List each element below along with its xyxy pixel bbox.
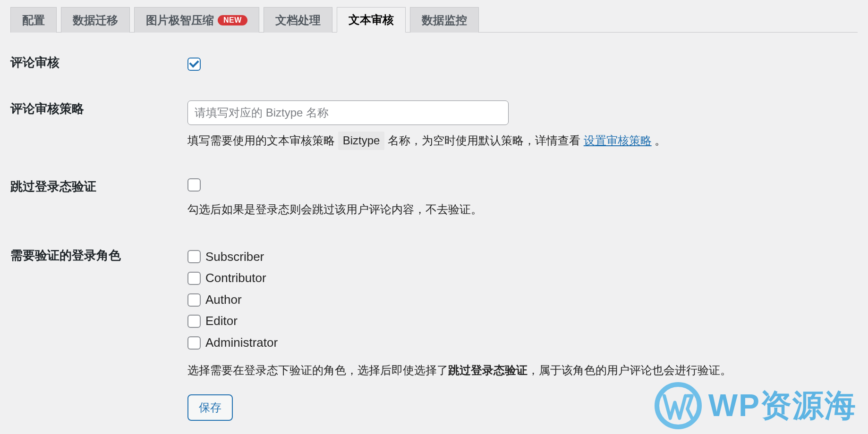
row-label-skip-login: 跳过登录态验证: [10, 178, 187, 247]
comment-policy-desc: 填写需要使用的文本审核策略 Biztype 名称，为空时使用默认策略，详情查看 …: [187, 132, 858, 150]
tab-doc[interactable]: 文档处理: [264, 7, 332, 33]
tab-label: 图片极智压缩: [146, 13, 214, 28]
settings-form: 评论审核 评论审核策略 填写需要使用的文本审核策略 Biztype 名称，为空时…: [10, 54, 858, 434]
role-label: Contributor: [205, 268, 266, 288]
save-button[interactable]: 保存: [187, 394, 233, 421]
policy-link[interactable]: 设置审核策略: [584, 134, 652, 147]
role-checkbox-contributor[interactable]: [187, 272, 201, 285]
new-badge: NEW: [218, 15, 247, 25]
skip-login-checkbox[interactable]: [187, 178, 201, 192]
row-label-roles: 需要验证的登录角色: [10, 247, 187, 394]
desc-text: 。: [655, 134, 666, 147]
tab-label: 数据监控: [422, 13, 467, 28]
role-item-subscriber: Subscriber: [187, 247, 858, 267]
role-label: Administrator: [205, 333, 278, 353]
desc-bold: 跳过登录态验证: [448, 364, 528, 376]
row-label-comment-audit: 评论审核: [10, 54, 187, 100]
tab-monitor[interactable]: 数据监控: [410, 7, 479, 33]
tab-label: 数据迁移: [73, 13, 118, 28]
role-item-contributor: Contributor: [187, 268, 858, 288]
role-item-editor: Editor: [187, 311, 858, 331]
role-checkbox-author[interactable]: [187, 293, 201, 307]
role-item-administrator: Administrator: [187, 333, 858, 353]
tab-bar: 配置 数据迁移 图片极智压缩 NEW 文档处理 文本审核 数据监控: [10, 7, 858, 33]
role-label: Author: [205, 290, 242, 310]
tab-migrate[interactable]: 数据迁移: [61, 7, 130, 33]
row-label-comment-policy: 评论审核策略: [10, 100, 187, 178]
roles-desc: 选择需要在登录态下验证的角色，选择后即使选择了跳过登录态验证，属于该角色的用户评…: [187, 361, 858, 379]
desc-text: ，属于该角色的用户评论也会进行验证。: [528, 364, 732, 376]
tab-config[interactable]: 配置: [10, 7, 57, 33]
tab-label: 文本审核: [349, 12, 394, 27]
role-item-author: Author: [187, 290, 858, 310]
skip-login-desc: 勾选后如果是登录态则会跳过该用户评论内容，不去验证。: [187, 200, 858, 218]
role-label: Editor: [205, 311, 238, 331]
biztype-code: Biztype: [338, 132, 385, 150]
desc-text: 填写需要使用的文本审核策略: [187, 134, 338, 147]
role-label: Subscriber: [205, 247, 264, 267]
role-checkbox-editor[interactable]: [187, 315, 201, 328]
desc-text: 名称，为空时使用默认策略，详情查看: [388, 134, 584, 147]
desc-text: 选择需要在登录态下验证的角色，选择后即使选择了: [187, 364, 448, 376]
comment-audit-checkbox[interactable]: [187, 58, 201, 71]
biztype-input[interactable]: [187, 100, 509, 125]
role-checkbox-administrator[interactable]: [187, 336, 201, 350]
tab-label: 配置: [22, 13, 45, 28]
tab-compress[interactable]: 图片极智压缩 NEW: [134, 7, 259, 33]
tab-label: 文档处理: [275, 13, 321, 28]
role-checkbox-subscriber[interactable]: [187, 250, 201, 263]
tab-text-audit[interactable]: 文本审核: [337, 7, 406, 33]
